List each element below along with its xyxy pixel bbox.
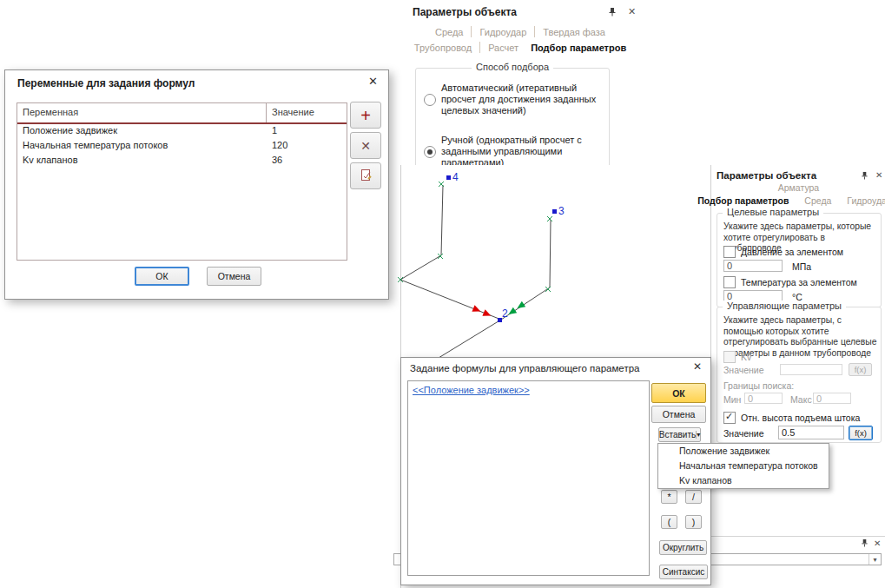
panel-title: Параметры объекта — [413, 6, 517, 18]
pin-icon[interactable] — [608, 7, 617, 18]
delete-variable-button[interactable]: ✕ — [350, 132, 381, 159]
piping-diagram-canvas[interactable]: 4 3 2 — [395, 161, 712, 360]
ok-button[interactable]: ОК — [651, 383, 706, 403]
add-icon: + — [360, 108, 371, 123]
combobox-dropdown-icon[interactable]: ▾ — [868, 554, 881, 565]
selection-method-group: Способ подбора Автоматический (итеративн… — [415, 68, 610, 165]
search-bounds-label: Границы поиска: — [723, 380, 794, 391]
pressure-unit: МПа — [792, 261, 811, 272]
tab-separator — [471, 26, 472, 37]
stem-value-label: Значение — [723, 428, 764, 439]
insert-dropdown-icon[interactable]: ▾ — [696, 431, 700, 439]
close-paren-button[interactable]: ) — [685, 515, 702, 529]
column-header-value[interactable]: Значение — [267, 103, 347, 122]
insert-button-label[interactable]: Вставить — [659, 430, 696, 439]
target-parameters-group: Целевые параметры Укажите здесь параметр… — [717, 213, 882, 307]
syntax-button[interactable]: Синтаксис — [659, 565, 708, 579]
max-label: Макс — [790, 394, 812, 405]
table-row[interactable]: Начальная температура потоков 120 — [17, 139, 347, 154]
tab-armatura[interactable]: Арматура — [778, 182, 819, 193]
column-header-variable[interactable]: Переменная — [17, 103, 267, 122]
round-button[interactable]: Округлить — [659, 540, 707, 555]
min-input — [744, 393, 783, 404]
close-icon[interactable]: ✕ — [368, 76, 378, 86]
panel-title: Параметры объекта — [717, 170, 816, 181]
radio-automatic-label: Автоматический (итеративный просчет для … — [441, 83, 602, 116]
node-label-4: 4 — [452, 171, 459, 183]
pin-icon[interactable] — [861, 538, 868, 549]
tab-truboprovod[interactable]: Трубопровод — [414, 43, 472, 53]
kv-label: Kv — [741, 352, 751, 362]
tab-gidroudar[interactable]: Гидроудар — [479, 27, 526, 37]
tab-separator — [534, 26, 535, 37]
table-row[interactable]: Положение задвижек 1 — [17, 124, 347, 139]
group-title: Целевые параметры — [723, 207, 823, 217]
stem-lift-label: Отн. высота подъема штока — [741, 413, 860, 423]
edit-icon — [360, 168, 373, 184]
min-label: Мин — [723, 394, 741, 405]
formula-variable-link[interactable]: <<Положение задвижек>> — [413, 385, 530, 395]
edit-variable-button[interactable] — [350, 162, 381, 189]
close-icon[interactable]: ✕ — [693, 362, 702, 372]
stem-value-input[interactable] — [778, 426, 844, 439]
temperature-label: Температура за элементом — [741, 277, 857, 287]
pressure-input[interactable] — [723, 260, 783, 272]
dock-divider — [710, 536, 885, 537]
insert-variable-menu: Положение задвижек Начальная температура… — [657, 443, 829, 489]
tab-raschet[interactable]: Расчет — [488, 43, 518, 53]
dialog-title: Задание формулы для управляющего парамет… — [410, 363, 639, 373]
pressure-checkbox[interactable] — [723, 246, 736, 258]
app-window: Параметры объекта ✕ Среда Гидроудар Твер… — [0, 0, 885, 588]
tab-podbor-parametrov[interactable]: Подбор параметров — [531, 43, 626, 53]
variable-value: 120 — [267, 139, 347, 154]
kv-value-input — [780, 364, 842, 375]
variable-value: 1 — [267, 124, 347, 139]
node-label-2: 2 — [502, 307, 508, 320]
tab-sreda[interactable]: Среда — [435, 27, 463, 37]
multiply-button[interactable]: * — [661, 490, 677, 504]
menu-item[interactable]: Положение задвижек — [658, 444, 829, 459]
tab-sreda[interactable]: Среда — [804, 195, 831, 206]
variable-name: Kv клапанов — [17, 154, 267, 168]
table-row[interactable]: Kv клапанов 36 — [17, 154, 347, 168]
menu-item[interactable]: Kv клапанов — [658, 473, 829, 488]
formula-editor[interactable]: <<Положение задвижек>> — [407, 380, 650, 576]
kv-checkbox — [723, 351, 736, 363]
radio-automatic[interactable] — [424, 94, 436, 106]
add-variable-button[interactable]: + — [350, 102, 381, 129]
kv-fx-button: f(x) — [849, 363, 872, 376]
pressure-label: Давление за элементом — [741, 247, 843, 257]
close-icon[interactable]: ✕ — [628, 7, 636, 17]
temperature-checkbox[interactable] — [723, 276, 736, 288]
pipe-joint-markers — [398, 182, 552, 292]
close-icon[interactable]: ✕ — [874, 538, 881, 548]
tab-gidroudar[interactable]: Гидроудар — [847, 195, 885, 206]
flow-arrow-green[interactable] — [506, 301, 525, 318]
delete-icon: ✕ — [360, 139, 371, 153]
variables-dialog: Переменные для задания формул ✕ Переменн… — [4, 69, 389, 300]
tab-tverdaya-faza[interactable]: Твердая фаза — [543, 27, 605, 37]
variables-table[interactable]: Переменная Значение Положение задвижек 1… — [17, 102, 347, 261]
control-parameters-group: Управляющие параметры Укажите здесь пара… — [717, 307, 882, 443]
radio-manual[interactable] — [424, 146, 436, 158]
table-header: Переменная Значение — [17, 103, 347, 124]
group-title: Управляющие параметры — [723, 301, 846, 311]
max-input — [813, 393, 851, 404]
divide-button[interactable]: / — [685, 490, 702, 504]
group-title: Способ подбора — [472, 62, 553, 72]
pin-icon[interactable] — [861, 171, 868, 182]
open-paren-button[interactable]: ( — [661, 515, 677, 529]
object-parameters-panel-top: Параметры объекта ✕ Среда Гидроудар Твер… — [400, 0, 640, 165]
ok-button[interactable]: ОК — [135, 267, 189, 286]
insert-split-button[interactable]: Вставить ▾ — [658, 427, 701, 442]
variable-value: 36 — [267, 154, 347, 168]
variable-name: Положение задвижек — [17, 124, 267, 139]
close-icon[interactable]: ✕ — [875, 170, 882, 180]
diagram-node[interactable] — [446, 175, 557, 322]
stem-fx-button[interactable]: f(x) — [849, 426, 873, 440]
cancel-button[interactable]: Отмена — [207, 267, 261, 286]
menu-item[interactable]: Начальная температура потоков — [658, 459, 829, 473]
stem-lift-checkbox[interactable] — [723, 412, 736, 424]
cancel-button[interactable]: Отмена — [651, 406, 706, 423]
dialog-title: Переменные для задания формул — [17, 77, 195, 89]
